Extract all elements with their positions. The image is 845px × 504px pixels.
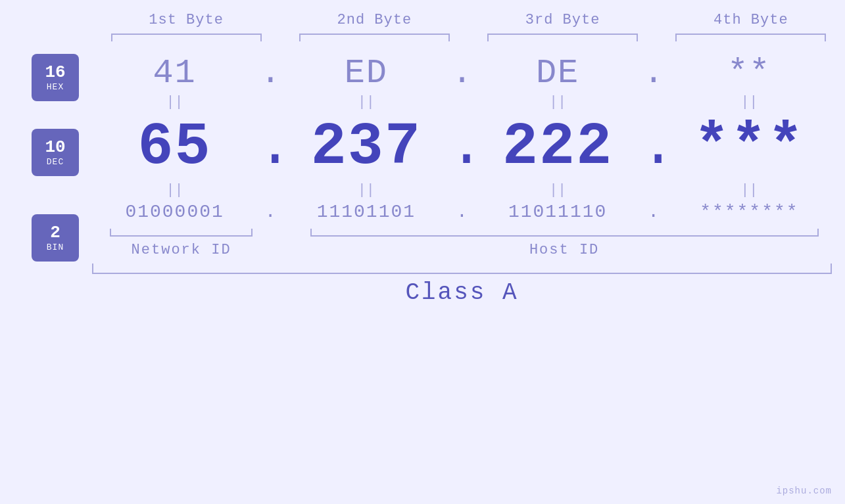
top-bracket-line-1 [111,34,262,41]
eq-row-1: || || || || [92,94,832,111]
bin-row: 01000001 . 11101101 . 11011110 . *******… [92,202,832,222]
top-bracket-4 [657,31,845,44]
dec-cell-4: *** [667,114,832,181]
dec-name: DEC [47,157,64,167]
eq-1-3: || [475,94,640,111]
eq-1-4: || [667,94,832,111]
dec-val-2: 237 [311,114,422,181]
dot-hex-1: . [257,57,283,91]
eq-sep-6 [640,182,667,199]
id-labels-row: Network ID Host ID [92,242,832,258]
bin-name: BIN [47,242,64,252]
eq-sep-5 [449,182,475,199]
bin-cell-2: 11101101 [283,202,448,222]
dot-dec-1: . [257,118,283,177]
bin-number: 2 [50,223,60,242]
eq-sep-1 [257,94,283,111]
bin-val-1: 01000001 [125,202,224,222]
dec-badge: 10 DEC [32,129,79,176]
host-id-label: Host ID [297,242,832,258]
dec-val-1: 65 [138,114,212,181]
bin-cell-1: 01000001 [92,202,257,222]
hex-val-2: ED [345,54,388,93]
hex-cell-4: ** [667,54,832,93]
byte-headers-row: 1st Byte 2nd Byte 3rd Byte 4th Byte [0,12,845,28]
bottom-bracket-line-234 [310,229,819,237]
big-bracket-row [92,263,832,274]
main-container: 1st Byte 2nd Byte 3rd Byte 4th Byte 16 H… [0,0,845,504]
dot-hex-3: . [640,57,667,91]
eq-1-1: || [92,94,257,111]
eq-2-2: || [283,182,448,199]
bottom-bracket-1 [92,226,270,239]
bin-val-3: 11011110 [508,202,607,222]
dec-cell-2: 237 [283,114,448,181]
top-bracket-line-2 [299,34,450,41]
bottom-bracket-line-1 [110,229,253,237]
dot-bin-1: . [257,203,283,221]
dec-cell-1: 65 [92,114,257,181]
dec-val-3: 222 [502,114,613,181]
dot-dec-2: . [449,118,475,177]
hex-name: HEX [47,82,64,92]
watermark: ipshu.com [776,486,832,496]
bin-val-2: 11101101 [317,202,416,222]
bottom-brackets [92,226,832,239]
byte-header-4: 4th Byte [657,12,845,28]
bin-cell-4: ******** [667,202,832,222]
top-bracket-2 [280,31,468,44]
bin-badge: 2 BIN [32,214,79,262]
hex-val-4: ** [727,54,771,93]
eq-2-1: || [92,182,257,199]
dec-cell-3: 222 [475,114,640,181]
eq-sep-2 [449,94,475,111]
byte-header-2: 2nd Byte [280,12,468,28]
hex-number: 16 [45,63,65,82]
network-id-label: Network ID [92,242,270,258]
bin-cell-3: 11011110 [475,202,640,222]
dot-bin-2: . [449,203,475,221]
big-bracket-line [92,263,832,274]
byte-header-1: 1st Byte [92,12,280,28]
dot-dec-3: . [640,118,667,177]
hex-cell-3: DE [475,54,640,93]
top-bracket-1 [92,31,280,44]
top-brackets [0,31,845,44]
dec-number: 10 [45,138,65,157]
eq-sep-3 [640,94,667,111]
hex-row: 41 . ED . DE . ** [92,54,832,93]
dot-hex-2: . [449,57,475,91]
dot-bin-3: . [640,203,667,221]
bottom-bracket-234 [297,226,832,239]
hex-cell-1: 41 [92,54,257,93]
hex-val-1: 41 [153,54,196,93]
top-bracket-line-3 [487,34,638,41]
eq-2-3: || [475,182,640,199]
hex-val-3: DE [536,54,579,93]
top-bracket-3 [469,31,657,44]
hex-cell-2: ED [283,54,448,93]
base-labels: 16 HEX 10 DEC 2 BIN [0,47,92,262]
top-bracket-line-4 [675,34,826,41]
eq-1-2: || [283,94,448,111]
eq-sep-4 [257,182,283,199]
dec-val-4: *** [694,114,804,181]
eq-2-4: || [667,182,832,199]
dec-row: 65 . 237 . 222 . *** [92,114,832,181]
class-label: Class A [405,279,518,306]
bin-val-4: ******** [700,202,798,222]
byte-header-3: 3rd Byte [469,12,657,28]
eq-row-2: || || || || [92,182,832,199]
hex-badge: 16 HEX [32,54,79,101]
